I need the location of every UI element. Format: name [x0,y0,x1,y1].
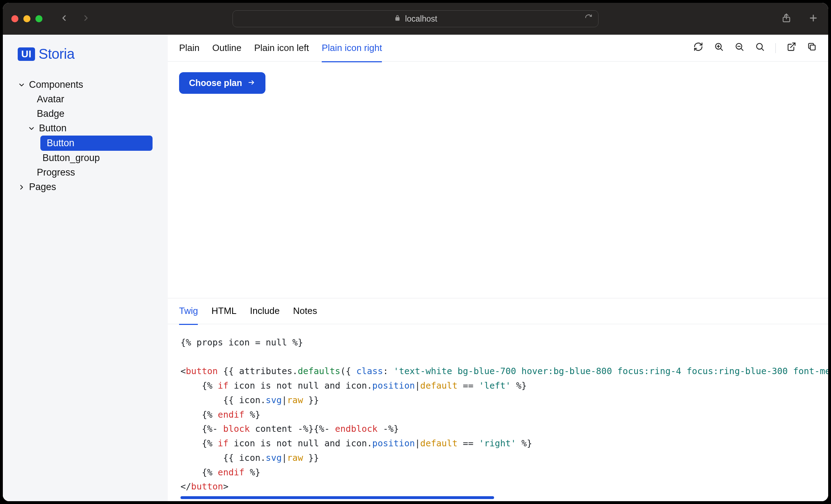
choose-plan-button[interactable]: Choose plan [179,72,265,94]
chevron-down-icon [28,125,35,132]
nav-arrows [59,13,91,24]
tab-plain-icon-left[interactable]: Plain icon left [254,35,309,61]
tab-plain[interactable]: Plain [179,35,200,61]
tree-item-button-group-leaf[interactable]: Button_group [26,151,153,165]
chevron-down-icon [18,81,25,89]
code-tabs: Twig HTML Include Notes [168,298,828,324]
svg-line-12 [791,43,795,48]
tree-item-button-active[interactable]: Button [40,136,153,151]
forward-button[interactable] [81,13,91,24]
window-controls [11,15,42,22]
reload-button[interactable] [585,14,592,24]
logo-badge: UI [18,47,35,61]
sidebar: UI Storia Components Avatar Badge Button… [3,35,168,501]
copy-button[interactable] [807,42,817,54]
code-tab-html[interactable]: HTML [211,298,236,324]
open-new-window-button[interactable] [786,42,796,54]
toolbar-divider [775,43,776,53]
tree-pages[interactable]: Pages [18,180,153,194]
logo-text: Storia [39,46,75,62]
arrow-right-icon [247,78,256,88]
app-content: UI Storia Components Avatar Badge Button… [3,35,828,501]
minimize-window-button[interactable] [23,15,30,22]
svg-line-4 [721,48,722,50]
chevron-right-icon [18,183,25,191]
tree-button-group-label: Button [39,123,67,134]
preview-area: Choose plan [168,62,828,298]
code-tab-include[interactable]: Include [250,298,280,324]
share-button[interactable] [781,13,791,24]
horizontal-scrollbar[interactable] [180,496,494,499]
tab-outline[interactable]: Outline [212,35,241,61]
variant-tabs: Plain Outline Plain icon left Plain icon… [168,35,828,62]
new-tab-button[interactable] [808,13,818,24]
zoom-reset-button[interactable] [755,42,765,54]
tree-item-avatar[interactable]: Avatar [26,92,153,107]
code-pane[interactable]: {% props icon = null %} <button {{ attri… [168,324,828,501]
url-text: localhost [405,14,437,24]
variant-toolbar [693,42,817,54]
zoom-in-button[interactable] [714,42,724,54]
refresh-preview-button[interactable] [693,42,703,54]
tree-components[interactable]: Components [18,78,153,92]
choose-plan-label: Choose plan [189,78,242,88]
browser-window: localhost UI Storia Components [3,3,828,501]
titlebar-actions [781,13,818,24]
back-button[interactable] [59,13,69,24]
tree-item-badge[interactable]: Badge [26,107,153,121]
tree-pages-label: Pages [29,182,56,193]
svg-line-8 [741,48,743,50]
svg-line-11 [762,48,763,50]
nav-tree: Components Avatar Badge Button Button Bu… [18,78,153,194]
main-panel: Plain Outline Plain icon left Plain icon… [168,35,828,501]
titlebar: localhost [3,3,828,35]
tree-item-button-group[interactable]: Button [26,121,153,136]
code-tab-twig[interactable]: Twig [179,298,198,325]
logo[interactable]: UI Storia [18,46,153,62]
code-tab-notes[interactable]: Notes [293,298,317,324]
tab-plain-icon-right[interactable]: Plain icon right [322,35,382,62]
tree-components-label: Components [29,79,83,90]
lock-icon [394,14,401,24]
address-bar[interactable]: localhost [233,10,598,27]
close-window-button[interactable] [11,15,18,22]
tree-item-progress[interactable]: Progress [26,165,153,180]
maximize-window-button[interactable] [35,15,42,22]
zoom-out-button[interactable] [734,42,744,54]
svg-rect-13 [810,45,815,50]
